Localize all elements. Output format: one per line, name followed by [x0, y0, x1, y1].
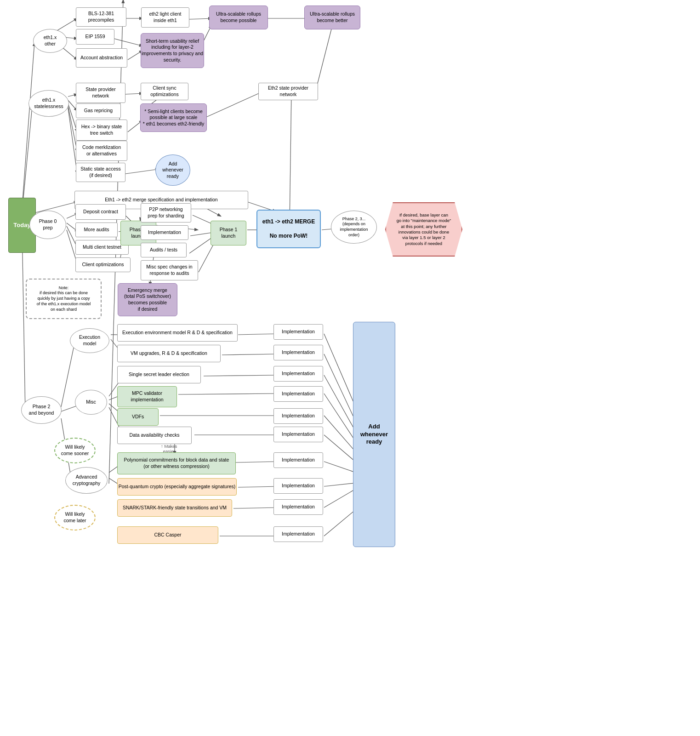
- data-availability-node: Data availability checks: [117, 427, 192, 444]
- short-term-usability-node: Short-term usability reliefincluding for…: [141, 33, 204, 68]
- vm-upgrades-node: VM upgrades, R & D & specification: [117, 345, 221, 362]
- impl-snark-node: Implementation: [273, 499, 323, 515]
- post-quantum-label: Post-quantum crypto (especially aggregat…: [119, 484, 235, 490]
- static-state-access-node: Static state access(if desired): [76, 163, 125, 182]
- ultra-scalable-2-node: Ultra-scalable rollupsbecome better: [304, 6, 360, 29]
- base-layer-node: If desired, base layer cango into "maint…: [385, 202, 462, 257]
- svg-line-44: [61, 342, 75, 407]
- will-likely-sooner-label: Will likelycome sooner: [61, 444, 89, 456]
- eip1559-node: EIP 1559: [76, 29, 114, 45]
- impl-vm-node: Implementation: [273, 345, 323, 360]
- svg-line-33: [199, 241, 215, 272]
- svg-line-64: [233, 508, 278, 508]
- eth1-eth2-merge-label: eth1 -> eth2 MERGENo more PoW!: [262, 218, 315, 240]
- vm-upgrades-label: VM upgrades, R & D & specification: [131, 350, 207, 357]
- eth1x-other-label: eth1.xother: [44, 34, 57, 47]
- client-sync-node: Client syncoptimizations: [141, 83, 188, 100]
- account-abstraction-node: Account abstraction: [76, 48, 127, 68]
- svg-line-20: [22, 43, 34, 207]
- svg-line-53: [238, 334, 278, 335]
- execution-model-label: Executionmodel: [79, 334, 100, 347]
- polynomial-node: Polynomial commitments for block data an…: [117, 452, 236, 474]
- svg-line-21: [22, 107, 32, 211]
- deposit-contract-node: Deposit contract: [75, 204, 126, 220]
- misc-spec-label: Misc spec changes inresponse to audits: [146, 264, 192, 276]
- eth1x-other-node: eth1.xother: [33, 29, 67, 53]
- vdfs-node: VDFs: [117, 408, 159, 426]
- account-abstraction-label: Account abstraction: [80, 55, 123, 61]
- ultra-scalable-1-label: Ultra-scalable rollupsbecome possible: [216, 11, 261, 23]
- polynomial-label: Polynomial commitments for block data an…: [124, 457, 229, 469]
- cbc-casper-node: CBC Casper: [117, 526, 218, 544]
- svg-line-77: [290, 92, 291, 225]
- misc-node: Misc: [75, 390, 107, 415]
- svg-line-17: [206, 92, 262, 117]
- impl-post-quantum-label: Implementation: [282, 483, 315, 489]
- semi-light-clients-node: * Semi-light clients becomepossible at l…: [140, 103, 207, 132]
- misc-label: Misc: [86, 399, 96, 405]
- svg-line-6: [188, 18, 211, 19]
- hex-binary-label: Hex -> binary statetree switch: [81, 124, 122, 136]
- impl-data-avail-label: Implementation: [282, 431, 315, 438]
- phase0-prep-label: Phase 0prep: [39, 218, 57, 231]
- eth2-state-provider-label: Eth2 state providernetwork: [268, 85, 308, 97]
- snark-stark-node: SNARK/STARK-friendly state transitions a…: [117, 499, 232, 517]
- eip1559-label: EIP 1559: [85, 34, 105, 40]
- will-likely-later-label: Will likelycome later: [63, 511, 86, 524]
- eth1-eth2-merge-spec-label: Eth1 -> eth2 merge specification and imp…: [105, 197, 217, 203]
- exec-env-model-node: Execution environment model R & D & spec…: [117, 324, 238, 342]
- impl-data-avail-node: Implementation: [273, 427, 323, 442]
- multi-client-testnet-label: Multi client testnet: [83, 244, 121, 251]
- bls-node: BLS-12-381precompiles: [76, 7, 126, 27]
- impl-vdfs-node: Implementation: [273, 408, 323, 424]
- code-merklization-node: Code merklizationor alternatives: [76, 141, 127, 161]
- phase23-node: Phase 2, 3...(depends onimplementationor…: [331, 211, 377, 244]
- impl-exec-env-label: Implementation: [282, 329, 315, 335]
- audits-tests-label: Audits / tests: [150, 247, 177, 253]
- impl-snark-label: Implementation: [282, 504, 315, 510]
- phase2-beyond-node: Phase 2and beyond: [21, 396, 62, 424]
- phase2-beyond-label: Phase 2and beyond: [29, 404, 54, 416]
- state-provider-network-node: State providernetwork: [76, 83, 125, 103]
- add-whenever-ready-1-label: Addwheneverready: [162, 161, 183, 180]
- svg-line-18: [125, 169, 159, 174]
- single-secret-label: Single secret leader election: [129, 371, 189, 378]
- impl-cbc-node: Implementation: [273, 526, 323, 542]
- p2p-networking-label: P2P networkingprep for sharding: [148, 206, 184, 219]
- impl-mpc-node: Implementation: [273, 386, 323, 402]
- misc-spec-node: Misc spec changes inresponse to audits: [141, 260, 198, 280]
- note-box-node: Note:if desired this can be donequickly …: [26, 279, 102, 319]
- eth1x-statelessness-node: eth1.xstatelessness: [28, 90, 69, 117]
- add-whenever-ready-1-node: Addwheneverready: [155, 154, 190, 186]
- static-state-access-label: Static state access(if desired): [80, 166, 121, 178]
- gas-repricing-label: Gas repricing: [84, 108, 113, 114]
- today-label: Today: [13, 222, 30, 229]
- ultra-scalable-1-node: Ultra-scalable rollupsbecome possible: [209, 6, 268, 29]
- implementation-phase-label: Implementation: [148, 229, 181, 236]
- note-box-label: Note:if desired this can be donequickly …: [35, 284, 93, 314]
- svg-line-54: [222, 354, 278, 355]
- exec-env-model-label: Execution environment model R & D & spec…: [122, 330, 233, 336]
- svg-line-62: [236, 462, 278, 462]
- eth1-eth2-merge-node: eth1 -> eth2 MERGENo more PoW!: [256, 210, 321, 248]
- more-audits-node: More audits: [75, 223, 118, 237]
- impl-poly-label: Implementation: [282, 457, 315, 463]
- impl-exec-env-node: Implementation: [273, 324, 323, 340]
- impl-poly-node: Implementation: [273, 452, 323, 468]
- impl-cbc-label: Implementation: [282, 531, 315, 537]
- impl-post-quantum-node: Implementation: [273, 478, 323, 494]
- svg-line-63: [238, 486, 278, 487]
- data-availability-label: Data availability checks: [129, 432, 179, 439]
- emergency-merge-node: Emergency merge(total PoS switchover)bec…: [118, 283, 177, 316]
- code-merklization-label: Code merklizationor alternatives: [82, 144, 121, 157]
- phase23-label: Phase 2, 3...(depends onimplementationor…: [340, 217, 368, 238]
- advanced-crypto-node: Advancedcryptography: [65, 467, 108, 494]
- client-optimizations-node: Client optimizations: [75, 257, 131, 272]
- will-likely-sooner-node: Will likelycome sooner: [54, 438, 96, 463]
- emergency-merge-label: Emergency merge(total PoS switchover)bec…: [124, 287, 171, 313]
- impl-single-secret-node: Implementation: [273, 366, 323, 382]
- cbc-casper-label: CBC Casper: [154, 532, 182, 538]
- hex-binary-node: Hex -> binary statetree switch: [76, 120, 127, 141]
- state-provider-network-label: State providernetwork: [85, 86, 115, 99]
- client-optimizations-label: Client optimizations: [82, 262, 124, 268]
